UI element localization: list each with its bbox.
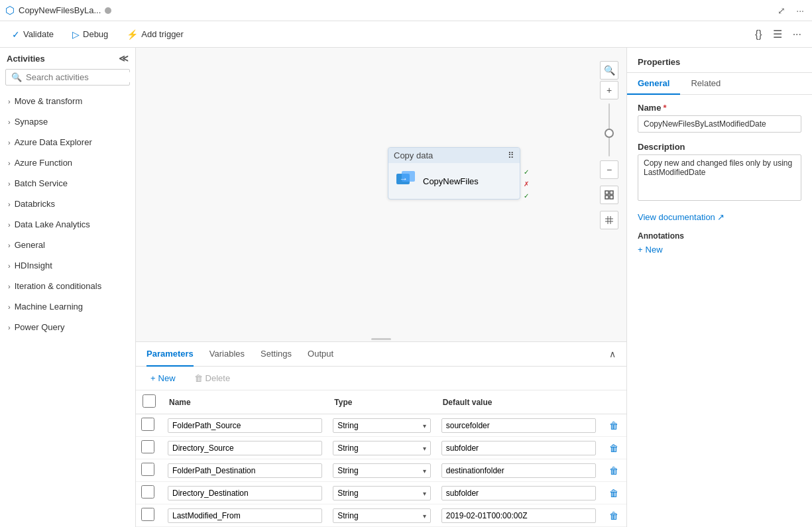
param-name-input[interactable] [168,508,322,523]
sidebar-item-machine-learning[interactable]: › Machine Learning [0,296,135,317]
sidebar-item-label: Power Query [15,322,65,332]
chevron-icon: › [8,323,11,331]
delete-row-button[interactable]: 🗑 [607,441,621,455]
sidebar-item-azure-data-explorer[interactable]: › Azure Data Explorer [0,132,135,152]
chevron-icon: › [8,97,11,105]
param-type-select[interactable]: StringBoolIntFloatArrayObjectSecureStrin… [333,419,430,432]
more-options-icon[interactable]: ··· [793,4,807,17]
search-input[interactable] [26,72,136,82]
sidebar-title: Activities [7,54,45,64]
param-default-input[interactable] [441,508,596,523]
delete-param-button[interactable]: 🗑 Delete [190,372,235,384]
list-icon[interactable]: ☰ [770,25,785,43]
success-action-btn[interactable]: ✓ [521,166,532,177]
sidebar-item-label: Iteration & conditionals [15,281,102,291]
validate-icon: ✓ [12,29,20,40]
param-type-select[interactable]: StringBoolIntFloatArrayObjectSecureStrin… [333,441,430,455]
param-name-input[interactable] [168,441,322,455]
zoom-out-btn[interactable]: − [600,160,618,179]
validate-button[interactable]: ✓ Validate [8,27,58,42]
row-checkbox[interactable] [141,418,154,431]
zoom-thumb[interactable] [605,129,614,138]
view-doc-link[interactable]: View documentation ↗ [638,212,801,222]
properties-panel: Properties General Related Name * Descri… [626,48,812,527]
param-name-input[interactable] [168,486,322,500]
zoom-slider[interactable] [609,103,610,156]
table-row: StringBoolIntFloatArrayObjectSecureStrin… [136,414,626,437]
sidebar-item-power-query[interactable]: › Power Query [0,317,135,337]
prop-tab-general[interactable]: General [627,73,680,95]
add-annotation-button[interactable]: + New [638,245,663,255]
bottom-panel-close[interactable]: ∧ [609,342,616,366]
svg-rect-6 [610,196,613,199]
description-textarea[interactable]: Copy new and changed files only by using… [638,154,801,201]
delete-row-button[interactable]: 🗑 [607,419,621,432]
canvas-controls: 🔍 + − [600,61,618,229]
toolbar: ✓ Validate ▷ Debug ⚡ Add trigger {} ☰ ··… [0,21,812,48]
param-type-select[interactable]: StringBoolIntFloatArrayObjectSecureStrin… [333,464,430,477]
description-field: Description Copy new and changed files o… [638,142,801,203]
param-name-input[interactable] [168,463,322,478]
collapse-icon[interactable]: ≪ [119,53,129,64]
param-default-input[interactable] [441,486,596,500]
param-default-input[interactable] [441,441,596,455]
delete-row-button[interactable]: 🗑 [607,509,621,522]
tab-variables[interactable]: Variables [209,342,245,367]
toolbar-right: {} ☰ ··· [752,25,804,43]
required-marker: * [663,103,666,113]
sidebar-item-batch-service[interactable]: › Batch Service [0,173,135,194]
param-name-input[interactable] [168,418,322,433]
activity-node-header: Copy data ⠿ [388,148,520,163]
chevron-icon: › [8,180,11,188]
row-checkbox[interactable] [141,463,154,476]
row-checkbox[interactable] [141,440,154,453]
fail-action-btn[interactable]: ✗ [521,178,532,189]
expand-icon[interactable]: ⤢ [775,4,788,17]
sidebar-item-hdinsight[interactable]: › HDInsight [0,255,135,276]
debug-button[interactable]: ▷ Debug [68,27,112,42]
row-checkbox[interactable] [141,508,154,521]
sidebar-item-move-transform[interactable]: › Move & transform [0,91,135,111]
sidebar-item-synapse[interactable]: › Synapse [0,111,135,132]
sidebar-item-databricks[interactable]: › Databricks [0,194,135,214]
complete-action-btn[interactable]: ✓ [521,190,532,201]
sidebar-item-data-lake-analytics[interactable]: › Data Lake Analytics [0,214,135,235]
zoom-in-btn[interactable]: + [600,81,618,99]
delete-row-button[interactable]: 🗑 [607,487,621,500]
svg-text:→: → [399,174,408,184]
row-checkbox[interactable] [141,485,154,498]
bottom-panel: Parameters Variables Settings Output ∧ +… [136,341,626,527]
add-trigger-button[interactable]: ⚡ Add trigger [123,27,188,42]
sidebar-item-azure-function[interactable]: › Azure Function [0,152,135,173]
new-param-button[interactable]: + New [146,372,180,384]
search-canvas-btn[interactable]: 🔍 [600,61,618,80]
select-all-checkbox[interactable] [143,394,156,408]
param-type-select[interactable]: StringBoolIntFloatArrayObjectSecureStrin… [333,487,430,500]
activity-node-name: CopyNewFiles [423,176,479,186]
code-icon[interactable]: {} [752,26,765,43]
param-default-input[interactable] [441,418,596,433]
resize-handle[interactable] [368,336,394,341]
description-label: Description [638,142,801,152]
canvas[interactable]: Copy data ⠿ → CopyNewFiles ✓ [136,48,626,341]
grid-btn[interactable] [600,211,618,229]
toolbar-more-icon[interactable]: ··· [790,26,804,43]
fit-canvas-btn[interactable] [600,186,618,204]
sidebar-item-general[interactable]: › General [0,235,135,255]
tab-output[interactable]: Output [308,342,333,367]
external-link-icon: ↗ [717,212,725,222]
activity-node[interactable]: Copy data ⠿ → CopyNewFiles ✓ [388,147,520,200]
tab-parameters[interactable]: Parameters [146,342,194,367]
delete-row-button[interactable]: 🗑 [607,464,621,477]
properties-header: Properties [627,48,812,73]
chevron-icon: › [8,139,11,146]
title-bar-actions: ⤢ ··· [775,4,807,17]
param-default-input[interactable] [441,463,596,478]
name-input[interactable] [638,115,801,133]
param-type-select[interactable]: StringBoolIntFloatArrayObjectSecureStrin… [333,509,430,522]
tab-settings[interactable]: Settings [261,342,292,367]
delete-icon: 🗑 [194,373,203,383]
params-table: Name Type Default value StringBoolIntFlo… [136,390,626,527]
sidebar-item-iteration-conditionals[interactable]: › Iteration & conditionals [0,276,135,296]
prop-tab-related[interactable]: Related [680,73,731,95]
